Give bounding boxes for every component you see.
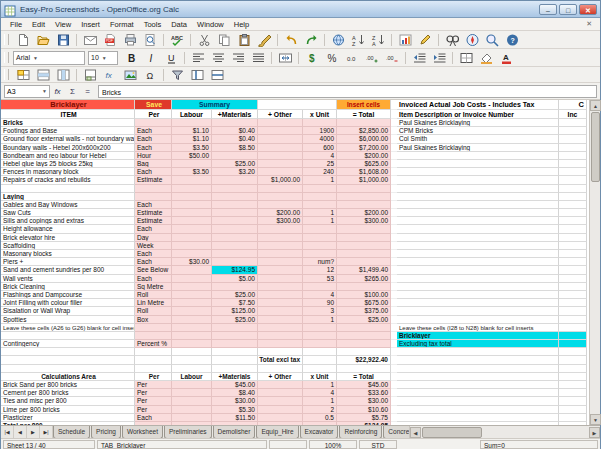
- sheet-row[interactable]: Wall ventsEach$5.0053$265.00: [1, 275, 591, 283]
- menu-data[interactable]: Data: [166, 18, 192, 30]
- cell[interactable]: See Below: [135, 266, 172, 274]
- cell[interactable]: Ties and misc per 800: [1, 397, 135, 405]
- insert-sheet-icon[interactable]: [80, 66, 100, 84]
- new-document-icon[interactable]: [13, 31, 33, 49]
- sheet-row[interactable]: Height allowanceEach: [1, 225, 591, 233]
- sheet-row[interactable]: [1, 365, 591, 373]
- sheet-row[interactable]: Total excl tax$22,922.40: [1, 356, 591, 364]
- cell[interactable]: Percent %: [135, 340, 172, 348]
- cell[interactable]: $3.50: [172, 168, 212, 176]
- cell[interactable]: Bricklayer: [397, 332, 559, 340]
- toolbar-grip[interactable]: [4, 69, 9, 80]
- cell[interactable]: [559, 324, 587, 332]
- cell[interactable]: $200.00: [337, 209, 391, 217]
- sheet-row[interactable]: Lime per 800 bricksPer$5.302$10.60: [1, 406, 591, 414]
- cell[interactable]: $124.95: [212, 266, 258, 274]
- cell[interactable]: Roll: [135, 291, 172, 299]
- vertical-scrollbar[interactable]: ▲ ▼: [589, 100, 600, 425]
- cell[interactable]: [397, 283, 559, 291]
- cell[interactable]: [397, 381, 559, 389]
- next-sheet-icon[interactable]: ▶: [27, 426, 40, 438]
- function-icon[interactable]: =: [80, 85, 95, 98]
- cell[interactable]: Repairs of cracks and rebuilds: [1, 176, 135, 184]
- cell[interactable]: [559, 185, 587, 193]
- show-draw-functions-icon[interactable]: [415, 31, 435, 49]
- menu-file[interactable]: File: [5, 18, 27, 30]
- cell[interactable]: [135, 332, 172, 340]
- save-cell-button[interactable]: Save: [135, 100, 172, 110]
- cell[interactable]: $265.00: [337, 275, 391, 283]
- sheet-row[interactable]: Cement per 800 bricksPer$8.404$33.60: [1, 389, 591, 397]
- merge-cells-icon[interactable]: [275, 49, 295, 67]
- cell[interactable]: [172, 365, 212, 373]
- cell[interactable]: [337, 324, 391, 332]
- format-percent-icon[interactable]: %: [322, 49, 342, 67]
- cell[interactable]: [172, 307, 212, 315]
- cell[interactable]: [135, 324, 172, 332]
- cell[interactable]: [397, 291, 559, 299]
- cell[interactable]: [258, 283, 303, 291]
- spellcheck-icon[interactable]: ABC: [167, 31, 187, 49]
- cell[interactable]: [135, 185, 172, 193]
- cell[interactable]: [172, 348, 212, 356]
- cell[interactable]: Piers +: [1, 258, 135, 266]
- cell[interactable]: num?: [303, 258, 337, 266]
- cell[interactable]: $5.30: [212, 406, 258, 414]
- cell[interactable]: $7.50: [212, 299, 258, 307]
- cell[interactable]: $6,000.00: [337, 135, 391, 143]
- cell[interactable]: Footings and Base: [1, 127, 135, 135]
- cell[interactable]: [397, 373, 559, 381]
- function-wizard-icon[interactable]: fx: [50, 85, 65, 98]
- cell[interactable]: CPM Bricks: [397, 127, 559, 135]
- cell[interactable]: [337, 193, 391, 201]
- sheet-row[interactable]: Sand and cement sundries per 800See Belo…: [1, 266, 591, 274]
- cell[interactable]: [337, 340, 391, 348]
- bold-icon[interactable]: B: [121, 49, 141, 67]
- cell[interactable]: [397, 316, 559, 324]
- cell[interactable]: Per: [135, 373, 172, 381]
- cell[interactable]: [337, 365, 391, 373]
- cell[interactable]: [397, 275, 559, 283]
- menu-format[interactable]: Format: [105, 18, 139, 30]
- cell[interactable]: [559, 332, 587, 340]
- cell[interactable]: [397, 176, 559, 184]
- page-preview-icon[interactable]: [140, 31, 160, 49]
- cell[interactable]: [172, 185, 212, 193]
- cell[interactable]: [337, 119, 391, 127]
- cell[interactable]: [559, 193, 587, 201]
- cell[interactable]: [258, 234, 303, 242]
- sheet-row[interactable]: SpottiesBox$25.001$25.00: [1, 316, 591, 324]
- italic-icon[interactable]: I: [141, 49, 161, 67]
- cell[interactable]: [303, 348, 337, 356]
- autofilter-icon[interactable]: [167, 66, 187, 84]
- cell[interactable]: $3.50: [172, 144, 212, 152]
- cell[interactable]: [172, 397, 212, 405]
- cell[interactable]: 1: [303, 209, 337, 217]
- cell[interactable]: [303, 119, 337, 127]
- paste-icon[interactable]: [234, 31, 254, 49]
- redo-icon[interactable]: [301, 31, 321, 49]
- cell[interactable]: 0.5: [303, 414, 337, 422]
- cell[interactable]: [559, 397, 587, 405]
- sheet-row[interactable]: Gables and Bay WindowsEach: [1, 201, 591, 209]
- cell[interactable]: 4: [303, 152, 337, 160]
- cell[interactable]: [397, 160, 559, 168]
- cell[interactable]: [172, 340, 212, 348]
- cell[interactable]: Gables and Bay Windows: [1, 201, 135, 209]
- cell[interactable]: [559, 152, 587, 160]
- cell[interactable]: [172, 266, 212, 274]
- cell[interactable]: Brick elevator hire: [1, 234, 135, 242]
- cell[interactable]: Col Smith: [397, 135, 559, 143]
- cell[interactable]: 1: [303, 217, 337, 225]
- cell[interactable]: [212, 283, 258, 291]
- cell[interactable]: [559, 250, 587, 258]
- insert-cells-banner[interactable]: Insert cells: [337, 100, 391, 110]
- cell[interactable]: [559, 209, 587, 217]
- cell[interactable]: $25.00: [212, 291, 258, 299]
- decrease-indent-icon[interactable]: [409, 49, 429, 67]
- cell[interactable]: [212, 119, 258, 127]
- cell[interactable]: Fences in masonary block: [1, 168, 135, 176]
- cell[interactable]: Each: [135, 414, 172, 422]
- cell[interactable]: Estimate: [135, 209, 172, 217]
- cell[interactable]: [397, 258, 559, 266]
